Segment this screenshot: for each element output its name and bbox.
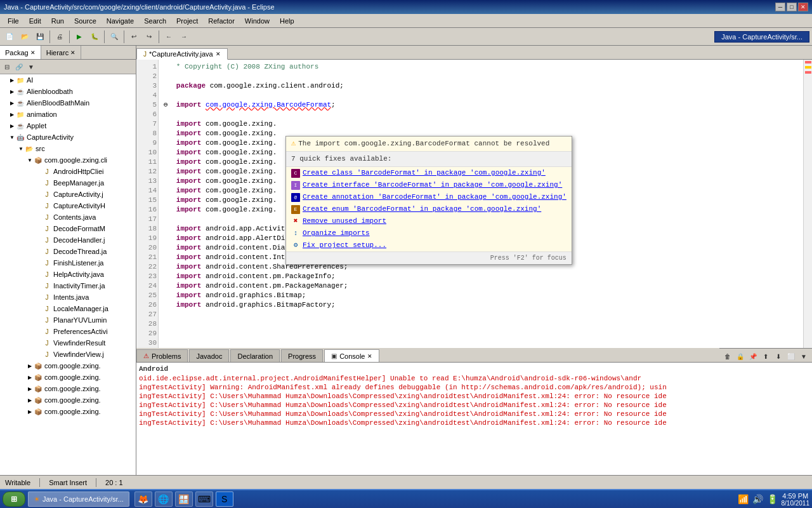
skype-button[interactable]: S [216, 491, 233, 507]
print-button[interactable]: 🖨 [53, 30, 67, 44]
tree-item-alienbloodbath[interactable]: ▶ ☕ Alienbloodbath [0, 86, 136, 97]
quickfix-item-create-class[interactable]: C Create class 'BarcodeFormat' in packag… [286, 167, 572, 179]
tree-item-localemanager[interactable]: J LocaleManager.ja [0, 303, 136, 314]
quickfix-item-create-annotation[interactable]: @ Create annotation 'BarcodeFormat' in p… [286, 191, 572, 203]
expander[interactable]: ▶ [9, 88, 15, 95]
tree-item-src[interactable]: ▼ 📂 src [0, 143, 136, 154]
firefox-button[interactable]: 🦊 [134, 491, 152, 507]
open-console-button[interactable]: ⬆ [760, 351, 771, 362]
quickfix-item-create-interface[interactable]: I Create interface 'BarcodeFormat' in pa… [286, 179, 572, 191]
maximize-panel-button[interactable]: ⬜ [785, 351, 797, 362]
tree-item-helpactivity[interactable]: J HelpActivity.java [0, 269, 136, 280]
view-menu-panel[interactable]: ▼ [798, 351, 809, 362]
tree-item-beepmanager[interactable]: J BeepManager.ja [0, 177, 136, 189]
expander[interactable] [36, 237, 42, 243]
menu-search[interactable]: Search [139, 16, 171, 26]
quickfix-link[interactable]: Create enum 'BarcodeFormat' in package '… [303, 204, 541, 214]
tree-item-animation[interactable]: ▶ 📁 animation [0, 109, 136, 120]
tree-item-package-5[interactable]: ▶ 📦 com.google.zxing. [0, 394, 136, 406]
expander[interactable]: ▼ [27, 157, 33, 163]
expander[interactable] [36, 225, 42, 232]
window-controls[interactable]: ─ □ ✕ [775, 3, 808, 11]
quickfix-link[interactable]: Organize imports [303, 229, 370, 238]
redo-button[interactable]: ↪ [142, 30, 156, 44]
tree-item-captureactivity[interactable]: ▼ 🤖 CaptureActivity [0, 131, 136, 143]
expander[interactable] [36, 340, 42, 346]
run-button[interactable]: ▶ [72, 30, 86, 44]
tree-item-inactivitytimer[interactable]: J InactivityTimer.ja [0, 280, 136, 291]
undo-button[interactable]: ↩ [127, 30, 141, 44]
close-console-tab[interactable]: ✕ [367, 353, 372, 359]
expander[interactable] [36, 203, 42, 209]
tree-item-package-3[interactable]: ▶ 📦 com.google.zxing. [0, 371, 136, 383]
tab-problems[interactable]: ⚠ Problems [136, 349, 188, 362]
tree-item-androidhttpclient[interactable]: J AndroidHttpCliei [0, 166, 136, 177]
tab-hierarchy[interactable]: Hierarc ✕ [41, 46, 81, 59]
minimize-button[interactable]: ─ [775, 3, 785, 11]
tree-item-preferences[interactable]: J PreferencesActivi [0, 326, 136, 337]
quickfix-item-create-enum[interactable]: E Create enum 'BarcodeFormat' in package… [286, 203, 572, 215]
error-mark-2[interactable] [805, 71, 811, 74]
quickfix-link[interactable]: Remove unused import [303, 217, 386, 226]
menu-help[interactable]: Help [275, 16, 299, 26]
expander[interactable]: ▶ [9, 123, 15, 129]
windows-button[interactable]: 🪟 [175, 491, 193, 507]
collapse-all-button[interactable]: ⊟ [1, 61, 13, 72]
tree-item-package-6[interactable]: ▶ 📦 com.google.zxing. [0, 406, 136, 417]
expander[interactable] [36, 180, 42, 186]
expander[interactable] [36, 248, 42, 255]
tab-javadoc[interactable]: Javadoc [189, 349, 229, 362]
quickfix-link[interactable]: Create annotation 'BarcodeFormat' in pac… [303, 192, 566, 202]
tree-item-finishlistener[interactable]: J FinishListener.ja [0, 257, 136, 269]
error-mark[interactable] [805, 61, 811, 64]
expander[interactable]: ▶ [27, 363, 33, 369]
tab-package-explorer[interactable]: Packag ✕ [0, 46, 41, 59]
menu-navigate[interactable]: Navigate [102, 16, 139, 26]
editor-tab-captureactivity[interactable]: J *CaptureActivity.java ✕ [136, 48, 228, 60]
quickfix-item-fix-project[interactable]: ⚙ Fix project setup... [286, 239, 572, 251]
tab-console[interactable]: ▣ Console ✕ [324, 349, 379, 362]
tree-item-viewfinderview[interactable]: J ViewfinderView.j [0, 349, 136, 360]
minimize-panel-button[interactable]: ⬇ [773, 351, 784, 362]
expander[interactable] [36, 168, 42, 175]
pin-console-button[interactable]: 📌 [747, 351, 759, 362]
tree-item-package-cli[interactable]: ▼ 📦 com.google.zxing.cli [0, 154, 136, 166]
tree-item-decodethread[interactable]: J DecodeThread.ja [0, 246, 136, 257]
expander[interactable]: ▼ [18, 145, 24, 152]
quickfix-item-organize-imports[interactable]: ↕ Organize imports [286, 227, 572, 239]
debug-button[interactable]: 🐛 [88, 30, 102, 44]
menu-project[interactable]: Project [171, 16, 203, 26]
close-button[interactable]: ✕ [798, 3, 808, 11]
expander[interactable]: ▼ [9, 134, 15, 140]
scroll-lock-button[interactable]: 🔒 [735, 351, 746, 362]
back-button[interactable]: ← [162, 30, 176, 44]
tree-item-decodehandler[interactable]: J DecodeHandler.j [0, 234, 136, 246]
link-editor-button[interactable]: 🔗 [13, 61, 25, 72]
perspective-java[interactable]: Java - CaptureActivity/sr... [714, 31, 809, 43]
expander[interactable] [36, 271, 42, 277]
tree-item-applet[interactable]: ▶ ☕ Applet [0, 120, 136, 131]
expander[interactable]: ▶ [9, 111, 15, 117]
console-output[interactable]: Android oid.ide.eclipse.adt.internal.pro… [136, 363, 812, 475]
close-hierarchy-tab[interactable]: ✕ [70, 50, 75, 56]
quickfix-link[interactable]: Create interface 'BarcodeFormat' in pack… [303, 180, 562, 190]
view-menu-button[interactable]: ▼ [25, 61, 37, 72]
tree-item-alienblodbathmain[interactable]: ▶ ☕ AlienBloodBathMain [0, 97, 136, 109]
project-tree[interactable]: ▶ 📁 AI ▶ ☕ Alienbloodbath ▶ ☕ AlienBlood… [0, 74, 136, 475]
menu-file[interactable]: File [3, 16, 24, 26]
code-editor[interactable]: * Copyright (C) 2008 ZXing authors packa… [159, 60, 803, 348]
open-button[interactable]: 📂 [18, 30, 32, 44]
tree-item-ai[interactable]: ▶ 📁 AI [0, 74, 136, 86]
maximize-button[interactable]: □ [787, 3, 797, 11]
tree-item-intents[interactable]: J Intents.java [0, 291, 136, 303]
expander[interactable] [36, 214, 42, 220]
expander[interactable] [36, 191, 42, 197]
quickfix-item-remove-import[interactable]: ✖ Remove unused import [286, 215, 572, 227]
menu-window[interactable]: Window [240, 16, 275, 26]
tree-item-planaryuv[interactable]: J PlanarYUVLumin [0, 314, 136, 326]
tree-item-decodeformat[interactable]: J DecodeFormatM [0, 223, 136, 234]
tree-item-captureactivity-java[interactable]: J CaptureActivity.j [0, 189, 136, 200]
expander[interactable]: ▶ [9, 100, 15, 106]
tree-item-contents[interactable]: J Contents.java [0, 211, 136, 223]
close-tab-icon[interactable]: ✕ [216, 51, 221, 57]
